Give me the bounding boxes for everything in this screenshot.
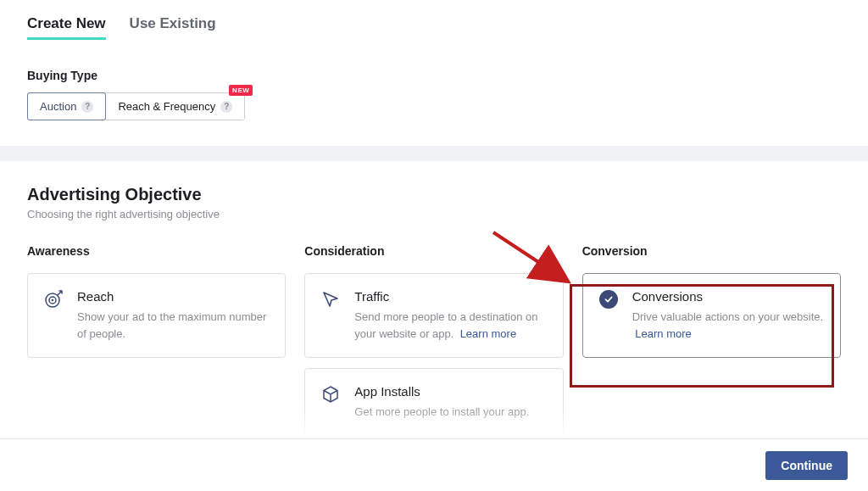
column-title-consideration: Consideration xyxy=(304,244,563,258)
objective-title: Advertising Objective xyxy=(27,185,841,204)
buying-option-auction-label: Auction xyxy=(40,100,76,113)
learn-more-link[interactable]: Learn more xyxy=(460,327,516,340)
top-section: Create New Use Existing Buying Type Auct… xyxy=(0,0,868,146)
buying-type-label: Buying Type xyxy=(27,69,841,82)
continue-button[interactable]: Continue xyxy=(765,451,848,480)
new-badge: NEW xyxy=(229,85,253,96)
mode-tabs: Create New Use Existing xyxy=(27,15,841,40)
card-reach[interactable]: Reach Show your ad to the maximum number… xyxy=(27,273,286,358)
card-title: App Installs xyxy=(354,384,547,399)
card-body: Conversions Drive valuable actions on yo… xyxy=(632,289,825,342)
tab-create-new[interactable]: Create New xyxy=(27,15,106,40)
card-desc: Drive valuable actions on your website. … xyxy=(632,309,825,342)
buying-type-segmented: Auction ? Reach & Frequency ? NEW xyxy=(27,92,245,120)
card-body: Traffic Send more people to a destinatio… xyxy=(354,289,547,342)
learn-more-link[interactable]: Learn more xyxy=(635,327,691,340)
column-consideration: Consideration Traffic Send more people t… xyxy=(304,244,563,447)
objective-section: Advertising Objective Choosing the right… xyxy=(0,161,868,447)
card-traffic[interactable]: Traffic Send more people to a destinatio… xyxy=(304,273,563,358)
card-body: App Installs Get more people to install … xyxy=(354,384,547,421)
column-title-awareness: Awareness xyxy=(27,244,286,258)
help-icon[interactable]: ? xyxy=(220,101,232,113)
card-title: Conversions xyxy=(632,289,825,304)
card-app-installs[interactable]: App Installs Get more people to install … xyxy=(304,368,563,437)
footer-bar: Continue xyxy=(0,438,868,491)
card-desc-text: Drive valuable actions on your website. xyxy=(632,310,823,323)
check-circle-icon xyxy=(598,289,619,310)
card-desc: Show your ad to the maximum number of pe… xyxy=(77,309,270,342)
cube-icon xyxy=(320,384,341,405)
help-icon[interactable]: ? xyxy=(81,101,93,113)
target-icon xyxy=(43,289,64,310)
svg-point-2 xyxy=(52,299,54,302)
buying-option-reach-frequency-label: Reach & Frequency xyxy=(118,100,215,113)
objective-columns: Awareness Reach Show your ad to the maxi… xyxy=(27,244,841,447)
card-desc: Send more people to a destination on you… xyxy=(354,309,547,342)
column-awareness: Awareness Reach Show your ad to the maxi… xyxy=(27,244,286,447)
card-body: Reach Show your ad to the maximum number… xyxy=(77,289,270,342)
tab-use-existing[interactable]: Use Existing xyxy=(130,15,216,40)
card-title: Reach xyxy=(77,289,270,304)
section-divider xyxy=(0,146,868,161)
card-desc: Get more people to install your app. xyxy=(354,404,547,421)
buying-option-auction[interactable]: Auction ? xyxy=(27,92,106,120)
column-title-conversion: Conversion xyxy=(582,244,841,258)
objective-subtitle: Choosing the right advertising objective xyxy=(27,208,841,220)
card-conversions[interactable]: Conversions Drive valuable actions on yo… xyxy=(582,273,841,358)
cursor-icon xyxy=(320,289,341,310)
card-title: Traffic xyxy=(354,289,547,304)
buying-option-reach-frequency[interactable]: Reach & Frequency ? NEW xyxy=(105,93,244,120)
column-conversion: Conversion Conversions Drive valuable ac… xyxy=(582,244,841,447)
